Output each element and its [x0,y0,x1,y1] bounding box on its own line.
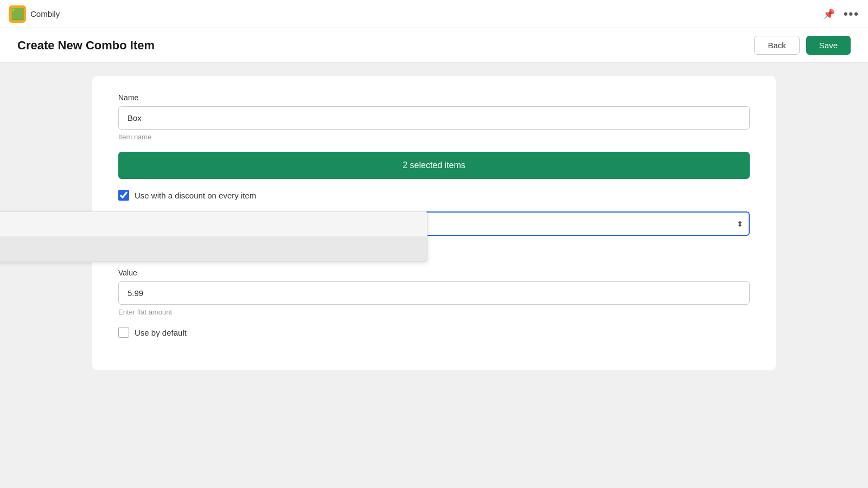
name-input[interactable] [118,106,750,130]
discount-checkbox[interactable] [118,190,129,201]
logo-emoji: 🟩 [11,8,24,21]
page-title: Create New Combo Item [17,38,155,53]
back-button[interactable]: Back [754,36,799,55]
header-actions: Back Save [754,36,851,55]
main-content: Name Item name 2 selected items Use with… [0,63,868,488]
use-by-default-label: Use by default [135,328,187,337]
dropdown-menu[interactable]: Percentage ✓ Fixed amount [0,211,427,262]
use-by-default-row: Use by default [118,327,750,338]
topbar-right: 📌 ••• [823,7,859,21]
save-button[interactable]: Save [806,36,851,55]
app-name: Combily [30,9,60,18]
value-group: Value Enter flat amount [118,268,750,316]
discount-type-dropdown-container: Percentage ✓ Fixed amount ⬍ [118,211,750,236]
value-hint: Enter flat amount [118,308,750,316]
form-card: Name Item name 2 selected items Use with… [92,76,776,370]
discount-checkbox-label: Use with a discount on every item [135,191,256,200]
discount-checkbox-row: Use with a discount on every item [118,190,750,201]
selected-items-button[interactable]: 2 selected items [118,152,750,179]
name-label: Name [118,93,750,102]
pin-icon[interactable]: 📌 [823,8,835,20]
value-label: Value [118,268,750,277]
topbar: 🟩 Combily 📌 ••• [0,0,868,28]
header-bar: Create New Combo Item Back Save [0,28,868,63]
dropdown-item-fixed-amount[interactable]: ✓ Fixed amount [0,236,427,261]
topbar-left: 🟩 Combily [9,5,60,23]
value-input[interactable] [118,281,750,305]
app-logo: 🟩 [9,5,26,23]
use-by-default-checkbox[interactable] [118,327,129,338]
more-options-icon[interactable]: ••• [844,7,859,21]
name-group: Name Item name [118,93,750,141]
dropdown-item-percentage[interactable]: Percentage [0,212,427,236]
name-hint: Item name [118,133,750,141]
